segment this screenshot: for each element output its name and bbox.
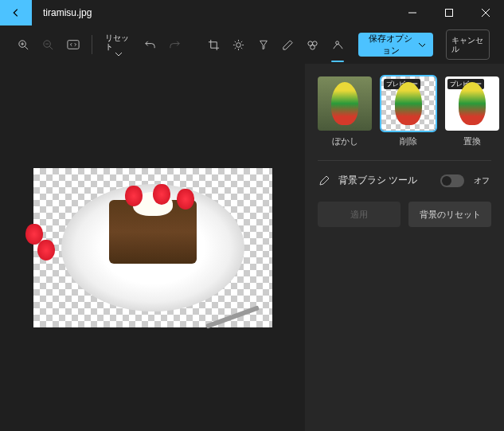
crop-button[interactable] xyxy=(205,32,223,57)
bg-option-label: ぼかし xyxy=(332,135,358,147)
bg-option-replace[interactable]: プレビュー 置換 xyxy=(445,76,499,147)
zoom-in-button[interactable] xyxy=(14,32,33,57)
svg-rect-0 xyxy=(446,10,453,17)
save-label: 保存オプション xyxy=(366,33,416,57)
close-button[interactable] xyxy=(467,0,504,25)
undo-button[interactable] xyxy=(141,32,159,57)
save-options-button[interactable]: 保存オプション xyxy=(358,33,433,57)
apply-button[interactable]: 適用 xyxy=(318,202,400,227)
image-canvas[interactable] xyxy=(33,168,272,327)
bg-option-label: 置換 xyxy=(463,135,481,147)
reset-label: リセット xyxy=(105,33,131,51)
erase-button[interactable] xyxy=(303,32,322,57)
reset-background-button[interactable]: 背景のリセット xyxy=(408,202,491,227)
minimize-button[interactable] xyxy=(394,0,431,25)
back-button[interactable] xyxy=(0,0,32,25)
title-bar: tiramisu.jpg xyxy=(0,0,504,25)
fit-button[interactable] xyxy=(64,32,82,57)
background-panel: ぼかし プレビュー 削除 プレビュー 置換 背景ブラシ ツール オフ 適用 背景… xyxy=(305,64,504,431)
bg-option-blur[interactable]: ぼかし xyxy=(318,76,372,147)
canvas-area[interactable] xyxy=(0,64,305,431)
brush-toggle-state: オフ xyxy=(472,176,491,185)
reset-button[interactable]: リセット xyxy=(102,29,135,60)
bg-option-label: 削除 xyxy=(400,135,417,147)
maximize-button[interactable] xyxy=(431,0,467,25)
brush-toggle[interactable] xyxy=(440,174,464,187)
markup-button[interactable] xyxy=(279,32,297,57)
redo-button[interactable] xyxy=(166,32,184,57)
svg-point-4 xyxy=(236,42,241,47)
bg-option-remove[interactable]: プレビュー 削除 xyxy=(381,76,436,147)
brush-tool-label: 背景ブラシ ツール xyxy=(338,174,432,187)
svg-rect-3 xyxy=(68,41,79,49)
cancel-label: キャンセル xyxy=(451,36,484,53)
adjust-button[interactable] xyxy=(229,32,248,57)
brush-icon xyxy=(318,174,330,187)
subject-image xyxy=(61,184,244,311)
toolbar: リセット 保存オプション キャンセル xyxy=(0,25,504,64)
cancel-button[interactable]: キャンセル xyxy=(446,29,490,60)
background-button[interactable] xyxy=(328,32,346,57)
filter-button[interactable] xyxy=(254,32,272,57)
zoom-out-button[interactable] xyxy=(39,32,57,57)
file-title: tiramisu.jpg xyxy=(43,7,92,18)
svg-point-7 xyxy=(311,45,315,49)
